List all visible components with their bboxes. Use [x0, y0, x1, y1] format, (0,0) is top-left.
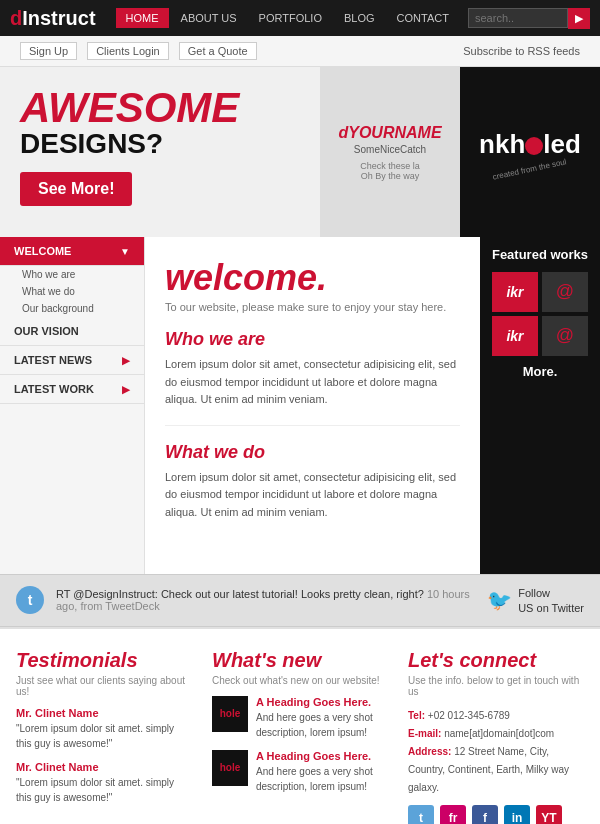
featured-item-1[interactable]: ikr — [492, 272, 538, 312]
follow-text: Follow US on Twitter — [518, 585, 584, 616]
social-flickr[interactable]: fr — [440, 805, 466, 824]
featured-grid: ikr @ ikr @ — [492, 272, 588, 356]
social-twitter[interactable]: t — [408, 805, 434, 824]
connect-sub: Use the info. below to get in touch with… — [408, 675, 584, 697]
hero-section: AWESOME DESIGNS? See More! dYOURNAME Som… — [0, 67, 600, 237]
tweet-content: RT @DesignInstruct: Check out our latest… — [56, 588, 424, 600]
nav-item-about[interactable]: ABOUT US — [171, 8, 247, 28]
sidebar-welcome-label: WELCOME — [14, 245, 71, 257]
spiral-icon-2: @ — [556, 325, 574, 346]
news-item-2-content: A Heading Goes Here. And here goes a ver… — [256, 750, 388, 794]
chevron-right-icon-news: ▶ — [122, 355, 130, 366]
whats-new-section: What's new Check out what's new on our w… — [212, 649, 388, 824]
hero-subtitle: DESIGNS? — [20, 129, 300, 160]
social-linkedin[interactable]: in — [504, 805, 530, 824]
content-area: welcome. To our website, please make sur… — [145, 237, 480, 574]
logo[interactable]: dInstruct — [10, 7, 96, 30]
sidebar-item-news[interactable]: LATEST NEWS ▶ — [0, 346, 144, 375]
featured-item-4[interactable]: @ — [542, 316, 588, 356]
news-thumb-1: hole — [212, 696, 248, 732]
clients-login-link[interactable]: Clients Login — [87, 42, 169, 60]
hero-image-1-text: dYOURNAME SomeNiceCatch Check these la O… — [328, 114, 451, 191]
featured-works: Featured works ikr @ ikr @ More. — [480, 237, 600, 574]
who-we-are-heading: Who we are — [165, 329, 460, 350]
connect-info: Tel: +02 012-345-6789 E-mail: name[at]do… — [408, 707, 584, 797]
featured-item-1-text: ikr — [506, 284, 523, 300]
search-input[interactable] — [468, 8, 568, 28]
follow-button[interactable]: 🐦 Follow US on Twitter — [487, 585, 584, 616]
email-label: E-mail: — [408, 728, 441, 739]
news-thumb-2: hole — [212, 750, 248, 786]
search-bar: ▶ — [468, 8, 590, 29]
testimonial-author-2: Mr. Clinet Name — [16, 761, 192, 773]
sidebar-sub-what[interactable]: What we do — [0, 283, 144, 300]
sub-nav-left: Sign Up Clients Login Get a Quote — [20, 42, 257, 60]
featured-title: Featured works — [492, 247, 588, 264]
whats-new-sub: Check out what's new on our website! — [212, 675, 388, 686]
hero-left: AWESOME DESIGNS? See More! — [0, 67, 320, 237]
sidebar-vision-label: OUR VISION — [14, 325, 79, 337]
twitter-strip: t RT @DesignInstruct: Check out our late… — [0, 574, 600, 627]
sidebar-news-label: LATEST NEWS — [14, 354, 92, 366]
what-we-do-heading: What we do — [165, 442, 460, 463]
news-item-1-content: A Heading Goes Here. And here goes a ver… — [256, 696, 388, 740]
featured-more-link[interactable]: More. — [523, 364, 558, 379]
tel-value: +02 012-345-6789 — [428, 710, 510, 721]
sidebar-sub-background[interactable]: Our background — [0, 300, 144, 317]
nav-links: HOME ABOUT US PORTFOLIO BLOG CONTACT — [116, 8, 468, 28]
nav-item-blog[interactable]: BLOG — [334, 8, 385, 28]
news-item-2-title: A Heading Goes Here. — [256, 750, 388, 762]
news-item-2-text: And here goes a very shot description, l… — [256, 764, 388, 794]
testimonial-author-1: Mr. Clinet Name — [16, 707, 192, 719]
inkhole-logo: nkhled — [479, 131, 581, 157]
whats-new-title: What's new — [212, 649, 388, 672]
search-button[interactable]: ▶ — [568, 8, 590, 29]
main-inner: WELCOME ▼ Who we are What we do Our back… — [0, 237, 600, 574]
get-quote-link[interactable]: Get a Quote — [179, 42, 257, 60]
social-youtube[interactable]: YT — [536, 805, 562, 824]
rss-link[interactable]: Subscribe to RSS feeds — [463, 45, 580, 57]
logo-d: d — [10, 7, 22, 29]
top-nav: dInstruct HOME ABOUT US PORTFOLIO BLOG C… — [0, 0, 600, 36]
address-label: Address: — [408, 746, 451, 757]
news-item-1: hole A Heading Goes Here. And here goes … — [212, 696, 388, 740]
who-we-are-text: Lorem ipsum dolor sit amet, consectetur … — [165, 356, 460, 426]
sidebar-item-vision[interactable]: OUR VISION — [0, 317, 144, 346]
see-more-button[interactable]: See More! — [20, 172, 132, 206]
news-item-2: hole A Heading Goes Here. And here goes … — [212, 750, 388, 794]
connect-section: Let's connect Use the info. below to get… — [408, 649, 584, 824]
testimonials-title: Testimonials — [16, 649, 192, 672]
sidebar-item-work[interactable]: LATEST WORK ▶ — [0, 375, 144, 404]
footer-sections: Testimonials Just see what our clients s… — [0, 627, 600, 824]
nav-item-contact[interactable]: CONTACT — [387, 8, 459, 28]
news-item-1-text: And here goes a very shot description, l… — [256, 710, 388, 740]
hero-check1: Check these la — [338, 161, 441, 171]
testimonials-sub: Just see what our clients saying about u… — [16, 675, 192, 697]
welcome-title: welcome. — [165, 257, 460, 299]
chevron-down-icon: ▼ — [120, 246, 130, 257]
sidebar: WELCOME ▼ Who we are What we do Our back… — [0, 237, 145, 574]
nav-item-portfolio[interactable]: PORTFOLIO — [249, 8, 332, 28]
featured-item-3[interactable]: ikr — [492, 316, 538, 356]
testimonial-text-2: "Lorem ipsum dolor sit amet. simply this… — [16, 775, 192, 805]
welcome-subtitle: To our website, please make sure to enjo… — [165, 301, 460, 313]
tweet-text: RT @DesignInstruct: Check out our latest… — [56, 588, 475, 612]
social-facebook[interactable]: f — [472, 805, 498, 824]
inkhole-circle — [525, 137, 543, 155]
inkhole-tagline: created from the soul — [492, 157, 567, 181]
signup-link[interactable]: Sign Up — [20, 42, 77, 60]
sidebar-item-welcome[interactable]: WELCOME ▼ — [0, 237, 144, 266]
spiral-icon-1: @ — [556, 281, 574, 302]
news-thumb-1-text: hole — [220, 708, 241, 719]
featured-item-3-text: ikr — [506, 328, 523, 344]
hero-title: AWESOME — [20, 87, 300, 129]
sidebar-sub-who[interactable]: Who we are — [0, 266, 144, 283]
hero-catch: SomeNiceCatch — [338, 144, 441, 155]
connect-title: Let's connect — [408, 649, 584, 672]
twitter-icon: t — [16, 586, 44, 614]
nav-item-home[interactable]: HOME — [116, 8, 169, 28]
featured-item-2[interactable]: @ — [542, 272, 588, 312]
inkhole-led: led — [543, 129, 581, 159]
news-thumb-2-text: hole — [220, 762, 241, 773]
sidebar-work-label: LATEST WORK — [14, 383, 94, 395]
